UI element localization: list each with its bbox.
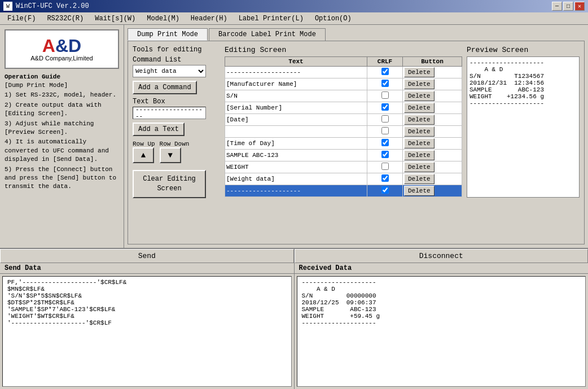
row-crlf-cell[interactable]: [367, 90, 403, 102]
delete-row-button[interactable]: Delete: [404, 126, 435, 137]
table-row[interactable]: [Time of Day]Delete: [225, 138, 462, 150]
delete-row-button[interactable]: Delete: [404, 186, 435, 196]
row-button-cell[interactable]: Delete: [403, 114, 462, 126]
crlf-checkbox[interactable]: [381, 91, 389, 99]
row-down-label: Row Down: [160, 141, 190, 147]
table-row[interactable]: S/NDelete: [225, 90, 462, 102]
table-row[interactable]: --------------------Delete: [225, 67, 462, 78]
crlf-checkbox[interactable]: [381, 163, 389, 170]
row-crlf-cell[interactable]: [367, 185, 403, 197]
disconnect-button[interactable]: Disconnect: [295, 249, 589, 263]
row-button-cell[interactable]: Delete: [403, 78, 462, 90]
row-button-cell[interactable]: Delete: [403, 173, 462, 185]
tabs-container: Dump Print Mode Barcode Label Print Mode: [128, 28, 585, 41]
table-row[interactable]: [Weight data]Delete: [225, 173, 462, 185]
crlf-checkbox[interactable]: [381, 186, 389, 194]
delete-row-button[interactable]: Delete: [404, 91, 435, 101]
crlf-checkbox[interactable]: [381, 127, 389, 134]
delete-row-button[interactable]: Delete: [404, 115, 435, 125]
row-crlf-cell[interactable]: [367, 138, 403, 150]
editing-table: Text CRLF Button --------------------Del…: [225, 56, 462, 197]
send-data-label: Send Data: [0, 263, 294, 274]
row-text-cell: [Manufacturer Name]: [225, 78, 367, 90]
add-command-button[interactable]: Add a Command: [133, 81, 197, 94]
row-button-cell[interactable]: Delete: [403, 185, 462, 197]
row-text-cell: [225, 126, 367, 138]
row-button-cell[interactable]: Delete: [403, 138, 462, 150]
row-down-button[interactable]: ▼: [160, 147, 181, 163]
minimize-button[interactable]: ─: [552, 2, 562, 11]
tab-barcode[interactable]: Barcode Label Print Mode: [209, 28, 326, 41]
table-row[interactable]: [Date]Delete: [225, 114, 462, 126]
tools-title: Tools for editing: [133, 46, 220, 54]
row-button-cell[interactable]: Delete: [403, 126, 462, 138]
row-crlf-cell[interactable]: [367, 126, 403, 138]
guide-line-5: 4) It is automatically converted to UFC …: [5, 138, 119, 164]
row-crlf-cell[interactable]: [367, 67, 403, 78]
delete-row-button[interactable]: Delete: [404, 138, 435, 148]
editing-screen-title: Editing Screen: [225, 46, 462, 54]
delete-row-button[interactable]: Delete: [404, 67, 435, 77]
row-crlf-cell[interactable]: [367, 173, 403, 185]
send-section: Send Send Data PF,'--------------------'…: [0, 249, 295, 389]
row-crlf-cell[interactable]: [367, 114, 403, 126]
table-row[interactable]: --------------------Delete: [225, 185, 462, 197]
row-crlf-cell[interactable]: [367, 78, 403, 90]
menu-wait[interactable]: Wait[s](W): [90, 13, 141, 24]
close-button[interactable]: ✕: [574, 2, 585, 11]
crlf-checkbox[interactable]: [381, 174, 389, 182]
menu-file[interactable]: File(F): [2, 13, 41, 24]
menu-label-printer[interactable]: Label Printer(L): [234, 13, 309, 24]
row-button-cell[interactable]: Delete: [403, 161, 462, 173]
logo-area: A&D A&D Company,Limited: [5, 29, 119, 69]
delete-row-button[interactable]: Delete: [404, 103, 435, 113]
delete-row-button[interactable]: Delete: [404, 174, 435, 184]
table-row[interactable]: SAMPLE ABC-123Delete: [225, 150, 462, 161]
send-button[interactable]: Send: [0, 249, 294, 263]
command-list-dropdown[interactable]: Weight data: [133, 65, 206, 77]
guide-line-3: 2) Create output data with [Editing Scre…: [5, 101, 119, 119]
menu-header[interactable]: Header(H): [186, 13, 232, 24]
row-text-cell: WEIGHT: [225, 161, 367, 173]
crlf-checkbox[interactable]: [381, 139, 389, 146]
logo-and: A&D: [42, 37, 81, 55]
crlf-checkbox[interactable]: [381, 68, 389, 75]
row-text-cell: [Date]: [225, 114, 367, 126]
row-button-cell[interactable]: Delete: [403, 102, 462, 114]
table-row[interactable]: [Serial Number]Delete: [225, 102, 462, 114]
table-row[interactable]: WEIGHTDelete: [225, 161, 462, 173]
menu-model[interactable]: Model(M): [142, 13, 185, 24]
received-data-content: -------------------- A & D S/N 00000000 …: [297, 276, 586, 387]
menu-rs232c[interactable]: RS232C(R): [42, 13, 89, 24]
bottom-section: Send Send Data PF,'--------------------'…: [0, 248, 588, 389]
maximize-button[interactable]: □: [563, 2, 573, 11]
row-crlf-cell[interactable]: [367, 161, 403, 173]
left-panel: A&D A&D Company,Limited Operation Guide …: [0, 25, 124, 248]
row-button-cell[interactable]: Delete: [403, 67, 462, 78]
row-button-cell[interactable]: Delete: [403, 90, 462, 102]
delete-row-button[interactable]: Delete: [404, 79, 435, 89]
row-crlf-cell[interactable]: [367, 102, 403, 114]
table-row[interactable]: [Manufacturer Name]Delete: [225, 78, 462, 90]
preview-section: Preview Screen -------------------- A & …: [467, 46, 580, 239]
send-data-content: PF,'--------------------'$CR$LF& $MN$CR$…: [2, 276, 292, 387]
tab-dump[interactable]: Dump Print Mode: [128, 28, 208, 41]
crlf-checkbox[interactable]: [381, 115, 389, 123]
guide-title: Operation Guide: [5, 73, 119, 80]
title-bar: W WinCT-UFC Ver.2.00 ─ □ ✕: [0, 0, 588, 12]
table-row[interactable]: Delete: [225, 126, 462, 138]
row-crlf-cell[interactable]: [367, 150, 403, 161]
crlf-checkbox[interactable]: [381, 80, 389, 87]
delete-row-button[interactable]: Delete: [404, 150, 435, 160]
row-up-button[interactable]: ▲: [133, 147, 154, 163]
menu-option[interactable]: Option(O): [310, 13, 357, 24]
crlf-checkbox[interactable]: [381, 103, 389, 111]
delete-row-button[interactable]: Delete: [404, 162, 435, 172]
menu-bar: File(F) RS232C(R) Wait[s](W) Model(M) He…: [0, 12, 588, 25]
add-text-button[interactable]: Add a Text: [133, 123, 185, 136]
logo-company: A&D Company,Limited: [30, 55, 93, 62]
clear-editing-screen-button[interactable]: Clear EditingScreen: [133, 170, 206, 198]
crlf-checkbox[interactable]: [381, 151, 389, 158]
row-button-cell[interactable]: Delete: [403, 150, 462, 161]
row-up-label: Row Up: [133, 141, 155, 147]
